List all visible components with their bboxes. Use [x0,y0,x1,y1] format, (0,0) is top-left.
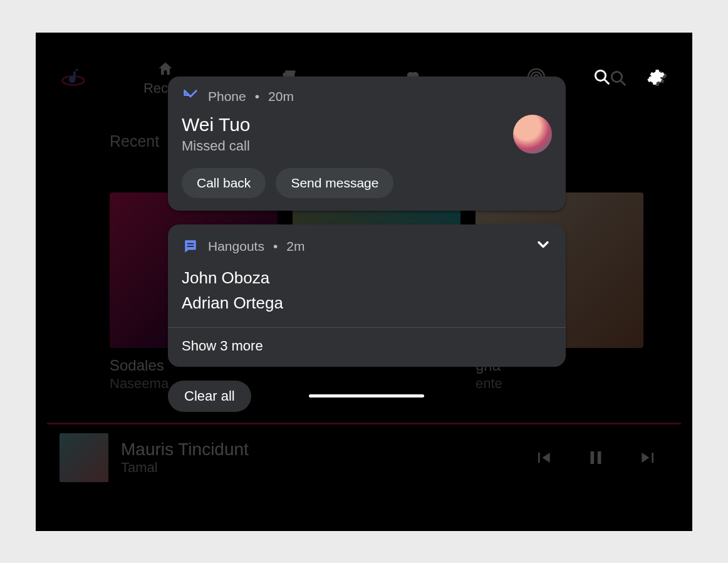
svg-point-0 [63,76,85,85]
svg-point-6 [595,70,605,80]
chevron-down-icon [534,236,552,253]
svg-rect-8 [187,243,194,244]
svg-line-7 [605,80,610,85]
svg-rect-9 [187,245,194,246]
search-button[interactable] [585,60,620,95]
skip-next-icon [638,448,658,468]
notification-subtitle: Missed call [182,138,501,154]
now-playing-artist: Tamal [121,460,511,476]
dot-separator: • [255,89,259,104]
notification-header: Phone • 20m [182,88,552,105]
notification-app-name: Hangouts [208,239,264,254]
notification-senders: John Oboza Adrian Ortega [182,265,552,316]
show-more-button[interactable]: Show 3 more [182,328,552,354]
notification-body: Wei Tuo Missed call [182,114,552,154]
sender-name: Adrian Ortega [182,290,552,315]
now-playing-text: Mauris Tincidunt Tamal [121,439,511,476]
home-handle[interactable] [309,394,424,397]
notification-time: 2m [286,239,304,254]
expand-button[interactable] [534,236,552,256]
chat-icon [182,238,199,255]
now-playing-art [60,433,108,482]
send-message-button[interactable]: Send message [276,168,393,198]
gear-icon [647,68,665,87]
now-playing-bar[interactable]: Mauris Tincidunt Tamal [47,423,681,490]
shade-footer: Clear all [168,381,566,414]
sender-name: John Oboza [182,265,552,290]
pause-icon [585,447,606,468]
home-icon [157,60,174,78]
phone-missed-icon [182,88,199,105]
notification-time: 20m [268,89,294,104]
next-track-button[interactable] [628,438,668,478]
search-icon [593,68,611,87]
notification-actions: Call back Send message [182,168,552,198]
dot-separator: • [273,239,278,254]
previous-track-button[interactable] [523,438,563,478]
notification-app-name: Phone [208,89,246,104]
call-back-button[interactable]: Call back [182,168,266,198]
play-pause-button[interactable] [576,438,616,478]
notification-hangouts[interactable]: Hangouts • 2m John Oboza Adrian Ortega S… [168,224,566,367]
settings-button[interactable] [638,60,673,95]
now-playing-title: Mauris Tincidunt [121,439,511,460]
notification-header: Hangouts • 2m [182,236,552,256]
clear-all-button[interactable]: Clear all [168,381,251,412]
device-frame: Recent [36,33,692,531]
notification-shade: Phone • 20m Wei Tuo Missed call Call bac… [168,76,566,414]
contact-avatar [513,115,552,154]
app-logo [58,63,88,93]
skip-previous-icon [533,448,553,468]
notification-phone[interactable]: Phone • 20m Wei Tuo Missed call Call bac… [168,76,566,211]
notification-title: Wei Tuo [182,114,501,135]
